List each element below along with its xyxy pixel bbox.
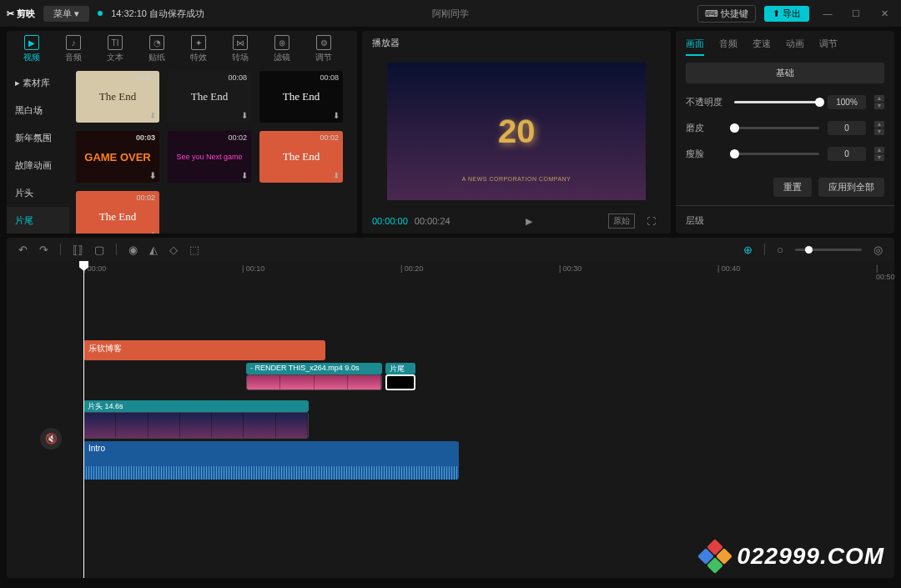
- undo-button[interactable]: ↶: [18, 244, 28, 256]
- category-黑白场[interactable]: 黑白场: [7, 97, 69, 124]
- record-button[interactable]: ◉: [128, 244, 138, 256]
- prop-tab-调节[interactable]: 调节: [819, 38, 838, 56]
- media-tab-滤镜[interactable]: ⊛滤镜: [264, 34, 300, 64]
- opacity-stepper[interactable]: ▲▼: [874, 95, 884, 109]
- zoom-out-button[interactable]: ○: [777, 244, 783, 256]
- rotate-button[interactable]: ◇: [169, 244, 178, 256]
- preview-area[interactable]: 20 A NEWS CORPORATION COMPANY: [362, 54, 671, 209]
- smooth-slider[interactable]: [734, 127, 819, 129]
- player-panel: 播放器 20 A NEWS CORPORATION COMPANY 00:00:…: [362, 31, 671, 234]
- watermark: 022999.COM: [700, 541, 884, 571]
- prop-tab-动画[interactable]: 动画: [786, 38, 804, 56]
- reset-button[interactable]: 重置: [773, 178, 812, 197]
- minimize-button[interactable]: —: [818, 8, 838, 18]
- render-clip[interactable]: [246, 374, 382, 390]
- preview-caption: A NEWS CORPORATION COMPANY: [462, 176, 571, 182]
- media-thumb-5[interactable]: The End00:02⬇: [259, 131, 343, 183]
- delete-button[interactable]: ▢: [94, 244, 104, 256]
- crop-button[interactable]: ⬚: [189, 244, 199, 256]
- media-tab-贴纸[interactable]: ◔贴纸: [138, 34, 175, 64]
- media-thumb-6[interactable]: The End00:02⬇: [76, 191, 159, 234]
- preview-content: 20: [497, 113, 535, 150]
- media-thumb-4[interactable]: See you Next game00:02⬇: [168, 131, 251, 183]
- head-clip-header[interactable]: 片头 14.6s: [83, 400, 309, 412]
- category-新年氛围[interactable]: 新年氛围: [7, 124, 69, 152]
- media-thumb-0[interactable]: The End00:08⬇: [76, 71, 159, 123]
- prop-tab-画面[interactable]: 画面: [686, 38, 704, 56]
- apply-all-button[interactable]: 应用到全部: [818, 178, 884, 197]
- layer-label: 层级: [686, 214, 884, 227]
- maximize-button[interactable]: ☐: [846, 8, 866, 19]
- ruler-tick: | 00:50: [876, 264, 895, 281]
- watermark-logo-icon: [700, 541, 730, 571]
- snap-button[interactable]: ⊕: [743, 244, 753, 256]
- smooth-stepper[interactable]: ▲▼: [874, 121, 884, 135]
- face-value[interactable]: 0: [828, 147, 866, 161]
- watermark-text: 022999.COM: [737, 543, 884, 570]
- media-tabs: ▶视频♪音频TI文本◔贴纸✦特效⋈转场⊛滤镜⚙调节: [7, 31, 357, 64]
- smooth-label: 磨皮: [686, 122, 726, 134]
- menu-button[interactable]: 菜单 ▾: [43, 6, 89, 22]
- media-categories: ▸ 素材库黑白场新年氛围故障动画片头片尾时间片段: [7, 64, 69, 234]
- opacity-slider[interactable]: [734, 101, 819, 103]
- render-clip-header[interactable]: - RENDER THIS_x264.mp4 9.0s: [246, 363, 382, 374]
- face-stepper[interactable]: ▲▼: [874, 147, 884, 161]
- smooth-value[interactable]: 0: [828, 121, 866, 135]
- shortcuts-button[interactable]: ⌨ 快捷键: [697, 5, 756, 23]
- media-tab-文本[interactable]: TI文本: [97, 34, 133, 64]
- end-clip-header[interactable]: 片尾: [385, 363, 415, 374]
- autosave-indicator-icon: [98, 11, 103, 16]
- category-故障动画[interactable]: 故障动画: [7, 152, 69, 179]
- property-tabs: 画面音频变速动画调节: [686, 38, 884, 56]
- mirror-button[interactable]: ◭: [149, 244, 158, 256]
- media-tab-特效[interactable]: ✦特效: [180, 34, 217, 64]
- zoom-slider[interactable]: [795, 249, 862, 251]
- fullscreen-button[interactable]: ⛶: [642, 216, 661, 226]
- media-tab-转场[interactable]: ⋈转场: [222, 34, 259, 64]
- category-片头[interactable]: 片头: [7, 179, 69, 207]
- prop-tab-变速[interactable]: 变速: [753, 38, 771, 56]
- ruler-tick: | 00:10: [242, 264, 264, 273]
- ratio-button[interactable]: 原始: [608, 214, 635, 229]
- app-logo: ✂ 剪映: [7, 8, 35, 20]
- text-clip[interactable]: 乐软博客: [83, 340, 325, 360]
- media-thumb-3[interactable]: GAME OVER00:03⬇: [76, 131, 159, 183]
- mute-track-button[interactable]: 🔇: [40, 428, 62, 450]
- end-clip[interactable]: [385, 374, 415, 390]
- media-tab-视频[interactable]: ▶视频: [13, 34, 50, 64]
- properties-panel: 画面音频变速动画调节 基础 不透明度 100% ▲▼ 磨皮 0 ▲▼ 瘦脸 0 …: [676, 31, 894, 234]
- redo-button[interactable]: ↷: [39, 244, 48, 256]
- prop-tab-音频[interactable]: 音频: [719, 38, 737, 56]
- category-素材库[interactable]: ▸ 素材库: [7, 69, 69, 97]
- ruler-tick: | 00:20: [400, 264, 423, 273]
- media-panel: ▶视频♪音频TI文本◔贴纸✦特效⋈转场⊛滤镜⚙调节 ▸ 素材库黑白场新年氛围故障…: [7, 31, 357, 234]
- title-bar: ✂ 剪映 菜单 ▾ 14:32:10 自动保存成功 阿刚同学 ⌨ 快捷键 ⬆ 导…: [0, 0, 901, 27]
- playhead[interactable]: [83, 261, 84, 578]
- time-ruler[interactable]: | 00:00| 00:10| 00:20| 00:30| 00:40| 00:…: [83, 261, 894, 278]
- head-clip[interactable]: [83, 412, 309, 439]
- media-tab-音频[interactable]: ♪音频: [55, 34, 92, 64]
- ruler-tick: | 00:40: [717, 264, 740, 273]
- opacity-value[interactable]: 100%: [828, 95, 866, 109]
- face-slider[interactable]: [734, 153, 819, 155]
- media-grid: The End00:08⬇The End00:08⬇The End00:08⬇G…: [69, 64, 357, 234]
- play-button[interactable]: ▶: [521, 216, 537, 227]
- timeline[interactable]: | 00:00| 00:10| 00:20| 00:30| 00:40| 00:…: [7, 261, 894, 578]
- media-thumb-2[interactable]: The End00:08⬇: [259, 71, 343, 123]
- category-片尾[interactable]: 片尾: [7, 207, 69, 234]
- project-title: 阿刚同学: [213, 8, 689, 20]
- split-button[interactable]: ⟦⟧: [73, 244, 83, 256]
- export-button[interactable]: ⬆ 导出: [764, 6, 809, 22]
- ruler-tick: | 00:30: [559, 264, 581, 273]
- section-basic[interactable]: 基础: [686, 63, 884, 83]
- media-thumb-1[interactable]: The End00:08⬇: [168, 71, 251, 123]
- zoom-fit-button[interactable]: ◎: [873, 244, 883, 256]
- player-controls: 00:00:00 00:00:24 ▶ 原始 ⛶: [362, 209, 671, 234]
- autosave-status: 14:32:10 自动保存成功: [111, 8, 204, 20]
- current-time: 00:00:00: [372, 216, 408, 226]
- audio-clip[interactable]: Intro: [83, 441, 459, 480]
- opacity-label: 不透明度: [686, 96, 726, 108]
- media-tab-调节[interactable]: ⚙调节: [305, 34, 342, 64]
- close-button[interactable]: ✕: [874, 8, 894, 19]
- face-label: 瘦脸: [686, 148, 726, 160]
